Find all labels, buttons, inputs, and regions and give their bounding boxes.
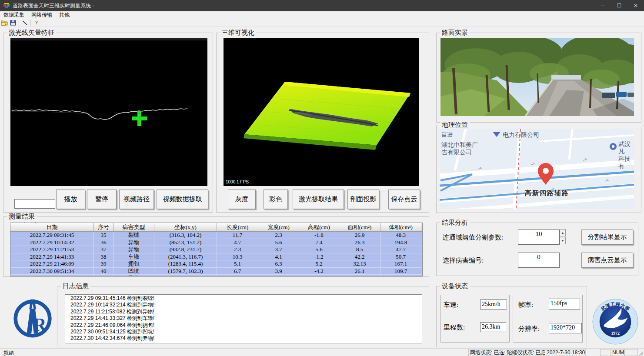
column-header[interactable]: 高程(cm) xyxy=(299,223,339,231)
panel-title: 激光线矢量特征 xyxy=(7,29,56,37)
column-header[interactable]: 宽度(cm) xyxy=(258,223,299,231)
toolbar-separator xyxy=(19,20,19,26)
table-cell: 2.3 xyxy=(217,246,258,253)
table-cell: 37 xyxy=(94,246,113,253)
table-row[interactable]: 2022.7.29 14:41:3338车辙(2041.3, 116.7)10.… xyxy=(10,253,422,261)
log-line: 2022.7.29 10:14:32:214 检测到异物! xyxy=(65,302,422,308)
column-header[interactable]: 病害类型 xyxy=(113,223,154,231)
table-cell: 4.1 xyxy=(258,253,299,260)
mileage-value: 26.3km xyxy=(480,322,506,332)
table-cell: 39 xyxy=(94,260,113,267)
open-file-icon[interactable] xyxy=(0,19,9,26)
table-row[interactable]: 2022.7.30 14:42:3441异物(1073.2, 133.2)3.1… xyxy=(10,275,422,276)
table-cell: 2022.7.30 09:51:34 xyxy=(10,268,94,275)
table-cell: 2.3 xyxy=(258,275,299,276)
grayscale-button[interactable]: 灰度 xyxy=(228,190,256,209)
map-label-line: 告有限公司 xyxy=(441,149,478,156)
status-blank xyxy=(624,349,638,356)
status-num-lock: NUM xyxy=(611,349,624,356)
table-cell: 109.7 xyxy=(380,268,421,275)
table-row[interactable]: 2022.7.30 09:51:3440凹坑(1579.7, 102.3)6.7… xyxy=(10,268,422,275)
table-cell: 167.1 xyxy=(380,260,421,267)
speed-label: 车速: xyxy=(444,301,458,309)
menu-network[interactable]: 网络传输 xyxy=(28,11,56,19)
log-list[interactable]: 2022.7.29 09:31:45:146 检测到裂缝!2022.7.29 1… xyxy=(65,294,422,343)
speed-value: 25km/h xyxy=(480,299,507,309)
toolbar: ? xyxy=(0,19,644,27)
column-header[interactable]: 面积(cm²) xyxy=(339,223,380,231)
resolution-label: 分辨率: xyxy=(518,325,540,333)
laser-result-button[interactable]: 激光提取结果 xyxy=(293,190,344,209)
table-cell: 2022.7.29 14:41:33 xyxy=(10,253,94,260)
color-button[interactable]: 彩色 xyxy=(264,190,288,209)
menu-other[interactable]: 其他 xyxy=(56,11,73,19)
results-table-body: 2022.7.29 09:31:4535裂缝(316.3, 104.2)11.7… xyxy=(10,232,422,276)
table-cell: 26.9 xyxy=(339,232,380,239)
resize-grip[interactable] xyxy=(638,351,644,356)
point-cloud-viewport[interactable]: 1000.1 FPS xyxy=(224,38,419,186)
table-cell: 凹坑 xyxy=(113,268,154,275)
status-bar: 就绪 网络状态: 已连接 陀螺仪状态: 已启动 2022-7-30 18:30:… xyxy=(0,348,644,356)
table-cell: 11.7 xyxy=(217,232,258,239)
log-line: 2022.7.29 21:46:09:064 检测到拥包! xyxy=(65,322,422,329)
menu-data-collect[interactable]: 数据采集 xyxy=(0,11,28,19)
threshold-spinbox[interactable]: 10 xyxy=(518,230,560,245)
table-cell: 47.7 xyxy=(380,246,421,253)
table-cell: 5.2 xyxy=(299,260,339,267)
spinner-up-button[interactable]: ▲ xyxy=(560,229,566,236)
column-header[interactable]: 日期 xyxy=(10,223,94,231)
disease-id-input[interactable]: 0 xyxy=(518,253,560,268)
map-label-power-company: 电力有限公司 xyxy=(503,131,539,139)
segment-result-button[interactable]: 分割结果显示 xyxy=(581,230,633,245)
column-header[interactable]: 长度(cm) xyxy=(217,223,258,231)
table-cell: 2022.7.29 09:31:45 xyxy=(10,232,94,239)
table-row[interactable]: 2022.7.29 11:21:5337异物(932.8, 231.7)2.33… xyxy=(10,246,422,253)
table-row[interactable]: 2022.7.29 09:31:4535裂缝(316.3, 104.2)11.7… xyxy=(10,232,422,239)
table-cell: 6.3 xyxy=(258,260,299,267)
maximize-button[interactable]: ☐ xyxy=(611,0,627,11)
road-photo xyxy=(440,38,634,116)
disease-id-label: 选择病害编号: xyxy=(443,256,484,265)
table-cell: 异物 xyxy=(113,239,154,246)
table-cell: 38 xyxy=(94,253,113,260)
help-icon[interactable]: ? xyxy=(32,19,41,26)
profile-projection-button[interactable]: 剖面投影 xyxy=(347,190,379,209)
pause-button[interactable]: 暂停 xyxy=(87,190,117,209)
play-button[interactable]: 播放 xyxy=(56,190,85,209)
column-header[interactable]: 坐标(x,y) xyxy=(154,223,217,231)
table-cell: -1.8 xyxy=(299,232,339,239)
resolution-value: 1920*720 xyxy=(549,323,582,333)
column-header[interactable]: 体积(cm³) xyxy=(380,223,421,231)
map-label-line: 科技有 xyxy=(618,155,634,170)
panel-title: 日志信息 xyxy=(61,282,90,290)
table-cell: 35 xyxy=(94,232,113,239)
minimize-button[interactable]: ─ xyxy=(594,0,611,11)
table-cell: 11.3 xyxy=(339,275,380,276)
line-tool-icon[interactable] xyxy=(20,19,29,26)
save-icon[interactable] xyxy=(9,19,17,26)
toolbar-separator xyxy=(30,20,31,26)
spinner-down-button[interactable]: ▼ xyxy=(560,237,566,244)
map-label-tech-company: 武汉凡 科技有 xyxy=(618,140,634,170)
status-blank xyxy=(600,349,611,356)
table-row[interactable]: 2022.7.29 10:14:3236异物(852.3, 151.2)4.75… xyxy=(10,239,422,246)
table-cell: (1579.7, 102.3) xyxy=(154,268,217,275)
table-cell: 3.7 xyxy=(258,246,299,253)
table-cell: 1.1 xyxy=(299,275,339,276)
video-extract-button[interactable]: 视频数据提取 xyxy=(157,190,208,209)
wit-logo: 武漢工程大學 Wuhan Institute of Technology 197… xyxy=(592,298,639,345)
app-icon xyxy=(3,2,10,9)
table-cell: 车辙 xyxy=(113,253,154,260)
save-cloud-button[interactable]: 保存点云 xyxy=(388,190,420,209)
title-bar: 道路表面全天时三维实时测量系统 - ─ ☐ ✕ xyxy=(0,0,644,11)
map-marker-circle-icon xyxy=(610,143,617,150)
status-gyro: 陀螺仪状态: 已启动 xyxy=(505,349,545,356)
disease-cloud-button[interactable]: 病害点云显示 xyxy=(581,253,633,268)
panel-laser-features: 激光线矢量特征 离线视频 播放 暂停 视频路径 视频数据提取 xyxy=(3,33,213,213)
table-row[interactable]: 2022.7.29 21:46:0939拥包(1283.4, 115.4)5.1… xyxy=(10,260,422,268)
table-cell: 48.3 xyxy=(380,232,421,239)
video-path-input[interactable] xyxy=(14,199,55,209)
close-button[interactable]: ✕ xyxy=(627,0,644,11)
column-header[interactable]: 序号 xyxy=(94,223,113,231)
video-path-button[interactable]: 视频路径 xyxy=(119,190,154,209)
